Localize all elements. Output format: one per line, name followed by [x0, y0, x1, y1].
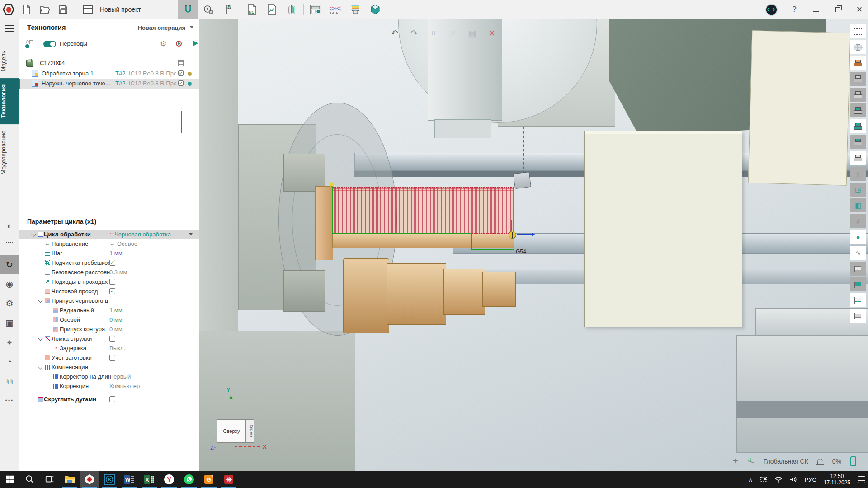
measure-2-icon[interactable]: ⌗ [446, 26, 460, 40]
material-cube-button[interactable] [365, 0, 385, 19]
param-value[interactable]: ≈Черновая обработка [109, 230, 171, 239]
globe-shading-button[interactable] [850, 40, 866, 54]
expand-caret-icon[interactable] [38, 298, 43, 304]
taskbar-app-word[interactable]: W [119, 471, 139, 488]
taskbar-app-sprutcam[interactable] [80, 471, 99, 488]
param-row[interactable]: ↗Подходы в проходах [19, 277, 199, 286]
measure-1-icon[interactable]: ⌗ [426, 26, 441, 40]
sidebar-tab-active-технология[interactable]: Технология [0, 78, 19, 124]
operation-checkbox[interactable]: ✓ [178, 70, 184, 76]
model-solid-button[interactable] [850, 56, 866, 70]
param-checkbox[interactable] [109, 336, 115, 342]
close-button[interactable]: × [854, 5, 864, 14]
taskbar-app-whatsapp[interactable] [179, 471, 199, 488]
taskbar-app-yandex[interactable]: Y [159, 471, 179, 488]
orbit-icon[interactable]: ↻ [0, 255, 19, 274]
grid-icon[interactable]: ▦ [465, 26, 480, 40]
node-tree-icon[interactable] [25, 40, 33, 48]
taskbar-app-task-view[interactable] [40, 471, 60, 488]
undo-icon[interactable]: ↶ [387, 26, 402, 40]
notifications-bell-icon[interactable] [817, 459, 823, 464]
run-play-icon[interactable] [193, 40, 198, 47]
expand-caret-icon[interactable] [38, 365, 43, 370]
taskbar-app-start[interactable] [0, 471, 20, 488]
tray-display-icon[interactable] [760, 476, 767, 483]
compass-icon[interactable]: ◉ [0, 274, 19, 294]
wifi-icon[interactable] [774, 476, 783, 483]
stock-cylinder-button[interactable] [850, 119, 866, 133]
doc-n1-button[interactable]: N1 [242, 0, 262, 19]
param-checkbox[interactable] [109, 396, 115, 402]
hatch-display-button[interactable]: ⫽ [850, 214, 866, 228]
csys-label[interactable]: Глобальная СК [764, 458, 808, 465]
param-row[interactable]: Компенсация [19, 362, 199, 372]
param-row[interactable]: Ломка стружки [19, 334, 199, 343]
param-row[interactable]: КоррекцияКомпьютер [19, 381, 199, 391]
new-file-icon[interactable] [21, 4, 33, 15]
zoom-plus-icon[interactable]: + [733, 456, 738, 466]
snap-magnet-button[interactable] [178, 0, 198, 19]
tools-pens-button[interactable] [282, 0, 302, 19]
open-file-icon[interactable] [39, 4, 51, 15]
redo-icon[interactable]: ↷ [407, 26, 421, 40]
flag-outline-button[interactable] [850, 262, 866, 276]
part-stage-2-button[interactable] [850, 88, 866, 102]
delete-icon[interactable]: ✕ [485, 26, 499, 40]
taskbar-app-explorer[interactable] [60, 471, 80, 488]
keyboard-language[interactable]: РУС [805, 476, 816, 483]
restore-button[interactable] [833, 5, 843, 14]
transitions-toggle[interactable] [43, 41, 56, 47]
curve-display-button[interactable]: ∿ [850, 246, 866, 260]
taskbar-app-search[interactable] [20, 471, 40, 488]
machine-node[interactable]: ТС1720Ф4 [19, 58, 199, 69]
more-icon[interactable]: ••• [0, 391, 19, 410]
tool-holder-button[interactable]: ◳ [850, 183, 866, 197]
settings-icon[interactable]: ⚙ [0, 294, 19, 313]
save-file-icon[interactable] [57, 4, 69, 15]
operation-row[interactable]: Обработка торца 1T#2IC12 Re0.8 R Прс✓ [19, 69, 199, 79]
fit-view-button[interactable] [850, 24, 866, 38]
param-checkbox[interactable] [109, 279, 115, 285]
taskbar-app-kompas-k[interactable]: K [99, 471, 119, 488]
param-row[interactable]: Цикл обработки≈Черновая обработка [19, 230, 199, 239]
param-row[interactable]: Чистовой проход✓ [19, 286, 199, 296]
help-button[interactable]: ? [789, 5, 799, 14]
dropdown-caret-icon[interactable] [189, 233, 193, 237]
param-row[interactable]: Подчистка гребешкое✓ [19, 258, 199, 267]
minimize-button[interactable] [811, 5, 821, 14]
layers-icon[interactable]: ⧉ [0, 371, 19, 391]
new-operation-caret-icon[interactable] [190, 26, 193, 30]
operation-row[interactable]: Наружн. черновое точе...T#2IC12 Re0.8 R … [19, 79, 199, 89]
param-row[interactable]: ←Направление←Осевое [19, 239, 199, 249]
doc-report-button[interactable] [262, 0, 282, 19]
param-row[interactable]: Учет заготовки [19, 353, 199, 362]
new-operation-button[interactable]: Новая операция [138, 24, 185, 31]
flag-filled-button[interactable] [850, 277, 866, 291]
contrast-icon[interactable]: ◐ [0, 216, 19, 235]
simulation-target-icon[interactable] [176, 41, 182, 47]
part-cup-button[interactable] [850, 151, 866, 165]
view-cube-side-face[interactable]: Справа [246, 419, 254, 443]
param-row[interactable]: Корректор на длинПервый [19, 372, 199, 381]
param-row[interactable]: Шаг1 мм [19, 249, 199, 258]
selection-icon[interactable] [0, 235, 19, 255]
drill-tool-button[interactable]: ▮ [850, 167, 866, 181]
view-cube-top-face[interactable]: Сверху [217, 419, 246, 443]
fit-box-icon[interactable]: ▣ [0, 313, 19, 333]
flashlight-icon[interactable]: ⌖ [0, 333, 19, 352]
param-row[interactable]: Скруглить дугами [19, 394, 199, 404]
taskbar-app-kompas-red[interactable]: ✳ [219, 471, 239, 488]
3d-viewport[interactable]: G54 Сверху Справа Y X Z- ↶↷⌗⌗▦✕ ▮◳◧⫽●∿ +… [199, 19, 868, 471]
param-row[interactable]: Осевой0 мм [19, 315, 199, 324]
menu-hamburger-icon[interactable] [5, 25, 14, 32]
param-row[interactable]: Безопасное расстоян0.3 мм [19, 267, 199, 277]
taskbar-clock[interactable]: 12:50 17.11.2025 [824, 473, 850, 486]
flag-accent-button[interactable] [850, 293, 866, 307]
sidebar-tab-модель[interactable]: Модель [0, 44, 19, 78]
taskbar-app-excel[interactable]: X [139, 471, 159, 488]
caliper-button[interactable] [218, 0, 238, 19]
param-row[interactable]: ◔ЗадержкаВыкл. [19, 343, 199, 353]
volume-icon[interactable] [790, 476, 797, 483]
expand-caret-icon[interactable] [31, 232, 37, 237]
calculator-button[interactable] [306, 0, 326, 19]
